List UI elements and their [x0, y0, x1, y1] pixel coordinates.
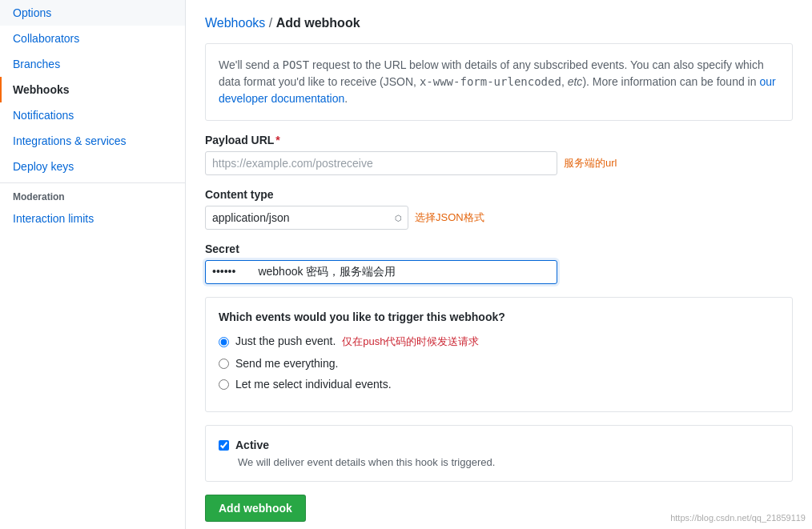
radio-everything-group: Send me everything. — [219, 357, 779, 370]
content-type-select[interactable]: application/json application/x-www-form-… — [205, 206, 408, 230]
main-content: Webhooks / Add webhook We'll send a POST… — [186, 0, 812, 529]
sidebar-item-branches[interactable]: Branches — [0, 51, 185, 77]
radio-individual-label[interactable]: Let me select individual events. — [235, 378, 392, 391]
radio-push-label[interactable]: Just the push event. 仅在push代码的时候发送请求 — [235, 335, 479, 349]
payload-url-input[interactable] — [205, 151, 557, 175]
sidebar-item-deploy-keys[interactable]: Deploy keys — [0, 154, 185, 179]
payload-url-group: Payload URL* 服务端的url — [205, 134, 793, 175]
active-label[interactable]: Active — [235, 439, 269, 451]
content-type-group: Content type application/json applicatio… — [205, 188, 793, 230]
breadcrumb-parent[interactable]: Webhooks — [205, 16, 265, 30]
sidebar-item-notifications[interactable]: Notifications — [0, 102, 185, 128]
sidebar: Options Collaborators Branches Webhooks … — [0, 0, 186, 529]
radio-individual[interactable] — [219, 379, 229, 390]
radio-push[interactable] — [219, 337, 229, 347]
radio-push-group: Just the push event. 仅在push代码的时候发送请求 — [219, 335, 779, 349]
secret-group: Secret — [205, 242, 793, 284]
active-checkbox[interactable] — [219, 440, 229, 451]
content-type-label: Content type — [205, 188, 793, 201]
sidebar-item-webhooks[interactable]: Webhooks — [0, 77, 185, 102]
add-webhook-button[interactable]: Add webhook — [205, 495, 306, 522]
active-desc: We will deliver event details when this … — [238, 456, 779, 468]
watermark: https://blog.csdn.net/qq_21859119 — [670, 513, 806, 523]
radio-everything-label[interactable]: Send me everything. — [235, 357, 338, 370]
secret-input[interactable] — [205, 260, 557, 284]
sidebar-item-options[interactable]: Options — [0, 0, 185, 26]
radio-push-hint: 仅在push代码的时候发送请求 — [342, 335, 479, 347]
sidebar-item-collaborators[interactable]: Collaborators — [0, 26, 185, 51]
breadcrumb-separator: / — [269, 16, 272, 30]
sidebar-item-integrations[interactable]: Integrations & services — [0, 128, 185, 154]
payload-url-label: Payload URL* — [205, 134, 793, 146]
active-checkbox-row: Active — [219, 439, 779, 451]
sidebar-section-moderation: Moderation — [0, 182, 185, 206]
events-section: Which events would you like to trigger t… — [205, 297, 793, 412]
radio-everything[interactable] — [219, 359, 229, 369]
breadcrumb: Webhooks / Add webhook — [205, 16, 793, 30]
content-type-hint: 选择JSON格式 — [415, 210, 484, 225]
breadcrumb-current: Add webhook — [276, 16, 360, 30]
active-section: Active We will deliver event details whe… — [205, 425, 793, 482]
payload-url-hint: 服务端的url — [564, 156, 617, 170]
secret-label: Secret — [205, 242, 793, 255]
radio-individual-group: Let me select individual events. — [219, 378, 779, 391]
events-title: Which events would you like to trigger t… — [219, 311, 779, 323]
info-box: We'll send a POST request to the URL bel… — [205, 43, 793, 121]
sidebar-item-interaction-limits[interactable]: Interaction limits — [0, 206, 185, 231]
